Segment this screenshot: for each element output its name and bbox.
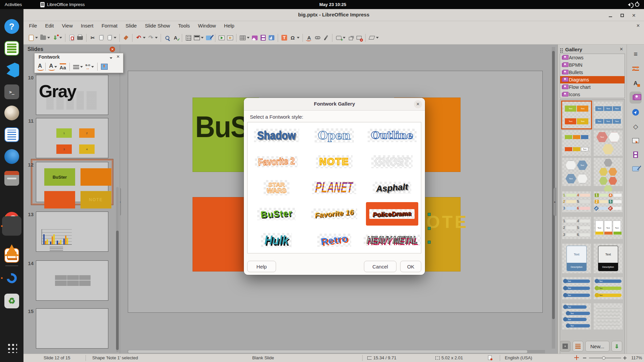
new-button[interactable] — [28, 35, 38, 41]
zoom-level[interactable]: 117% — [631, 355, 642, 360]
selection-handle[interactable] — [428, 213, 431, 216]
gallery-thumb-text-description-blue[interactable]: Text Description — [562, 244, 591, 273]
gallery-thumb-color-bars[interactable]: Text — [562, 130, 591, 156]
fontwork-alignment-button[interactable] — [73, 64, 83, 69]
menu-help[interactable]: Help — [221, 21, 238, 30]
fontwork-style-outline[interactable]: Outline — [363, 122, 421, 148]
selection-handle[interactable] — [428, 227, 431, 230]
slide-15-thumbnail[interactable] — [36, 308, 108, 349]
fontwork-style-policedrama-selected[interactable]: PoliceDrama — [366, 202, 418, 226]
gallery-close-icon[interactable]: ✕ — [620, 47, 623, 52]
fontwork-style-favorite16[interactable]: Favorite 16 — [305, 201, 363, 227]
gallery-thumb-pills-blue[interactable]: Text Text Text — [562, 277, 591, 299]
menu-format[interactable]: Format — [98, 21, 121, 30]
zoom-in-button[interactable] — [623, 356, 627, 360]
insert-fontwork-button[interactable]: A — [306, 35, 312, 41]
open-button[interactable] — [40, 35, 50, 41]
menu-slide[interactable]: Slide — [122, 21, 140, 30]
chevron-down-icon[interactable] — [35, 37, 38, 40]
display-views-button[interactable] — [194, 35, 204, 41]
insert-chart-button[interactable] — [268, 35, 275, 41]
slides-panel-scrollbar-thumb[interactable] — [116, 231, 119, 350]
fit-slide-icon[interactable] — [574, 355, 579, 361]
slide-10-thumbnail[interactable]: Gray — [36, 75, 108, 115]
fontwork-style-favorite2[interactable]: Favorite 2 — [248, 148, 305, 175]
clock[interactable]: May 23 10:25 — [319, 0, 346, 9]
ok-button[interactable]: OK — [400, 261, 421, 272]
gallery-thumb-boxes-selected[interactable]: Text Text Text Text — [562, 102, 591, 128]
fontwork-style-retro[interactable]: Retro — [305, 227, 363, 253]
tab-gallery-active[interactable] — [630, 92, 642, 104]
tab-animation[interactable] — [630, 148, 642, 161]
insert-shapes-button[interactable] — [335, 35, 345, 41]
print-button[interactable] — [77, 35, 83, 41]
menu-edit[interactable]: Edit — [42, 21, 57, 30]
horizontal-scrollbar[interactable] — [127, 350, 545, 353]
export-pdf-button[interactable] — [68, 35, 75, 41]
arrange-button[interactable] — [347, 35, 354, 41]
tab-slide-transition[interactable] — [630, 134, 642, 146]
document-modified-icon[interactable] — [488, 355, 492, 361]
gallery-thumb-numbered-list-color[interactable]: 14 25 36 — [562, 191, 591, 212]
fontwork-style-buster[interactable]: BuSter — [248, 201, 305, 227]
slide-12-thumbnail[interactable]: BuSter NOTE — [36, 162, 108, 202]
special-character-button[interactable]: Ω — [289, 35, 300, 41]
slide-13-thumbnail[interactable] — [36, 212, 108, 252]
gallery-thumb-pills-staggered[interactable]: Text Text Text Text — [562, 303, 591, 329]
insert-media-button[interactable] — [260, 35, 266, 41]
dock-terminal-icon[interactable]: >_ — [4, 84, 19, 99]
zoom-out-button[interactable] — [583, 358, 586, 358]
undo-button[interactable]: ↶ — [136, 35, 146, 41]
horizontal-scrollbar-thumb[interactable] — [128, 350, 527, 353]
fontwork-style-planet[interactable]: PLANET — [305, 175, 363, 201]
selection-handle[interactable] — [428, 241, 431, 244]
window-title-bar[interactable]: big.pptx - LibreOffice Impress ✕ — [23, 9, 644, 21]
paste-button[interactable] — [106, 35, 116, 41]
fontwork-toolbar-menu-icon[interactable] — [110, 57, 112, 60]
minimize-button[interactable] — [607, 12, 613, 18]
gallery-thumb-hexagons-outline[interactable]: Text — [594, 130, 623, 156]
fontwork-style-ghost[interactable]: GHOST — [363, 148, 421, 175]
sidebar-menu-icon[interactable]: ≡ — [630, 48, 642, 60]
fontwork-style-star-wars[interactable]: STARWARS — [248, 175, 305, 201]
dock-gimp-icon[interactable] — [4, 106, 19, 120]
insert-fontwork-text-button[interactable]: A — [38, 63, 42, 71]
fontwork-style-shadow[interactable]: Shadow — [248, 122, 305, 148]
fontwork-same-letter-heights-button[interactable]: Aa — [60, 63, 66, 70]
tab-properties[interactable] — [630, 63, 642, 75]
fontwork-style-asphalt[interactable]: Asphalt — [363, 175, 421, 201]
gallery-thumb-pills-color[interactable]: Text Text Text — [594, 277, 623, 299]
dock-vlc-icon[interactable] — [4, 242, 19, 257]
dock-help-icon[interactable]: ? — [4, 19, 19, 34]
theme-arrows[interactable]: Arrows — [560, 54, 625, 61]
fontwork-shape-button[interactable]: A — [49, 63, 57, 71]
dock-trash-icon[interactable]: ♻ — [4, 294, 19, 308]
insert-image-button[interactable] — [252, 35, 258, 41]
menu-tools[interactable]: Tools — [175, 21, 193, 30]
help-button[interactable]: Help — [247, 261, 276, 272]
redo-button[interactable]: ↷ — [148, 35, 158, 41]
gallery-thumb-text-description-black[interactable]: Text Description — [594, 244, 623, 273]
document-close-icon[interactable]: ✕ — [636, 23, 640, 28]
save-button[interactable]: ⇓ — [52, 35, 62, 41]
slide-11-thumbnail[interactable]: 1 2 3 4 — [36, 118, 108, 158]
start-from-first-slide-button[interactable] — [218, 35, 225, 41]
show-draw-functions-button[interactable] — [323, 35, 329, 41]
zoom-slider-knob[interactable] — [602, 356, 605, 360]
tab-navigator[interactable] — [630, 106, 642, 118]
system-tray[interactable] — [626, 0, 639, 9]
start-from-current-slide-button[interactable] — [227, 35, 233, 41]
menu-slide-show[interactable]: Slide Show — [142, 21, 173, 30]
transformations-button[interactable] — [369, 35, 379, 41]
language-status[interactable]: English (USA) — [505, 355, 532, 360]
gallery-thumb-cards[interactable]: Text Text Text — [594, 217, 623, 239]
theme-diagrams-selected[interactable]: Diagrams — [560, 76, 625, 83]
close-button[interactable]: ✕ — [631, 12, 637, 18]
fontwork-style-heavy-metal[interactable]: HEAVY METAL — [363, 227, 421, 253]
display-grid-button[interactable] — [185, 35, 192, 41]
menu-view[interactable]: View — [59, 21, 76, 30]
delete-button[interactable] — [356, 35, 362, 41]
slide-14-thumbnail[interactable] — [36, 260, 108, 301]
fontwork-floating-toolbar[interactable]: Fontwork ✕ A A Aa B-D↔ — [34, 53, 123, 73]
icon-view-toggle[interactable] — [560, 341, 571, 352]
